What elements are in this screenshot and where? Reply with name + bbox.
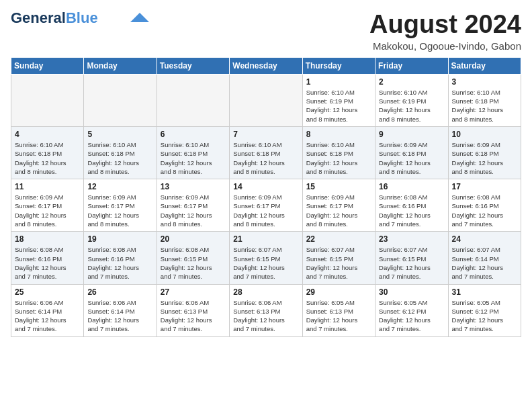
calendar-cell: 17Sunrise: 6:08 AMSunset: 6:16 PMDayligh… [448, 179, 521, 232]
day-number: 17 [452, 182, 517, 191]
weekday-header-sunday: Sunday [11, 57, 84, 74]
day-info: Sunrise: 6:08 AMSunset: 6:16 PMDaylight:… [87, 245, 152, 281]
calendar-week-row: 1Sunrise: 6:10 AMSunset: 6:19 PMDaylight… [11, 74, 521, 126]
day-number: 22 [306, 234, 371, 244]
calendar-cell: 10Sunrise: 6:09 AMSunset: 6:18 PMDayligh… [448, 126, 521, 179]
day-info: Sunrise: 6:09 AMSunset: 6:17 PMDaylight:… [233, 193, 298, 228]
day-info: Sunrise: 6:09 AMSunset: 6:18 PMDaylight:… [452, 140, 517, 176]
weekday-header-wednesday: Wednesday [230, 57, 302, 74]
day-number: 30 [379, 287, 444, 297]
page-header: GeneralBlue August 2024 Makokou, Ogooue-… [11, 11, 521, 52]
day-number: 29 [306, 287, 371, 297]
month-title: August 2024 [369, 11, 521, 39]
logo: GeneralBlue [11, 11, 149, 26]
day-number: 1 [306, 77, 371, 87]
day-number: 28 [233, 287, 298, 297]
svg-marker-0 [130, 13, 149, 22]
title-block: August 2024 Makokou, Ogooue-Ivindo, Gabo… [369, 11, 521, 52]
calendar-cell: 19Sunrise: 6:08 AMSunset: 6:16 PMDayligh… [84, 232, 157, 284]
day-number: 12 [87, 182, 152, 191]
location-title: Makokou, Ogooue-Ivindo, Gabon [369, 40, 521, 52]
day-number: 18 [15, 234, 80, 244]
weekday-header-friday: Friday [375, 57, 448, 74]
day-info: Sunrise: 6:06 AMSunset: 6:14 PMDaylight:… [15, 298, 80, 334]
day-info: Sunrise: 6:07 AMSunset: 6:15 PMDaylight:… [233, 245, 298, 281]
day-info: Sunrise: 6:05 AMSunset: 6:13 PMDaylight:… [306, 298, 371, 334]
day-number: 24 [452, 234, 517, 244]
day-info: Sunrise: 6:10 AMSunset: 6:18 PMDaylight:… [452, 88, 517, 124]
calendar-cell: 20Sunrise: 6:08 AMSunset: 6:15 PMDayligh… [157, 232, 229, 284]
calendar-cell: 24Sunrise: 6:07 AMSunset: 6:14 PMDayligh… [448, 232, 521, 284]
calendar-table: SundayMondayTuesdayWednesdayThursdayFrid… [11, 57, 521, 337]
day-info: Sunrise: 6:08 AMSunset: 6:16 PMDaylight:… [15, 245, 80, 281]
day-info: Sunrise: 6:06 AMSunset: 6:14 PMDaylight:… [87, 298, 152, 334]
calendar-cell: 13Sunrise: 6:09 AMSunset: 6:17 PMDayligh… [157, 179, 229, 232]
weekday-header-thursday: Thursday [302, 57, 375, 74]
day-number: 9 [379, 130, 444, 139]
calendar-cell: 28Sunrise: 6:06 AMSunset: 6:13 PMDayligh… [230, 284, 302, 336]
day-info: Sunrise: 6:08 AMSunset: 6:15 PMDaylight:… [161, 245, 226, 281]
calendar-cell: 29Sunrise: 6:05 AMSunset: 6:13 PMDayligh… [302, 284, 375, 336]
day-info: Sunrise: 6:10 AMSunset: 6:19 PMDaylight:… [306, 88, 371, 124]
day-info: Sunrise: 6:10 AMSunset: 6:18 PMDaylight:… [306, 140, 371, 176]
calendar-cell [157, 74, 229, 126]
day-number: 26 [87, 287, 152, 297]
calendar-cell: 26Sunrise: 6:06 AMSunset: 6:14 PMDayligh… [84, 284, 157, 336]
calendar-cell: 18Sunrise: 6:08 AMSunset: 6:16 PMDayligh… [11, 232, 84, 284]
weekday-header-tuesday: Tuesday [157, 57, 229, 74]
weekday-header-monday: Monday [84, 57, 157, 74]
calendar-cell: 7Sunrise: 6:10 AMSunset: 6:18 PMDaylight… [230, 126, 302, 179]
day-number: 4 [15, 130, 80, 139]
calendar-week-row: 18Sunrise: 6:08 AMSunset: 6:16 PMDayligh… [11, 232, 521, 284]
day-info: Sunrise: 6:09 AMSunset: 6:17 PMDaylight:… [306, 193, 371, 228]
day-info: Sunrise: 6:08 AMSunset: 6:16 PMDaylight:… [452, 193, 517, 228]
day-number: 14 [233, 182, 298, 191]
day-number: 16 [379, 182, 444, 191]
weekday-header-saturday: Saturday [448, 57, 521, 74]
calendar-week-row: 4Sunrise: 6:10 AMSunset: 6:18 PMDaylight… [11, 126, 521, 179]
calendar-cell: 27Sunrise: 6:06 AMSunset: 6:13 PMDayligh… [157, 284, 229, 336]
day-info: Sunrise: 6:05 AMSunset: 6:12 PMDaylight:… [452, 298, 517, 334]
day-number: 13 [161, 182, 226, 191]
calendar-cell: 5Sunrise: 6:10 AMSunset: 6:18 PMDaylight… [84, 126, 157, 179]
day-number: 6 [161, 130, 226, 139]
day-number: 8 [306, 130, 371, 139]
day-info: Sunrise: 6:06 AMSunset: 6:13 PMDaylight:… [233, 298, 298, 334]
day-number: 2 [379, 77, 444, 87]
day-info: Sunrise: 6:07 AMSunset: 6:14 PMDaylight:… [452, 245, 517, 281]
day-number: 21 [233, 234, 298, 244]
calendar-cell: 6Sunrise: 6:10 AMSunset: 6:18 PMDaylight… [157, 126, 229, 179]
day-number: 11 [15, 182, 80, 191]
calendar-cell: 15Sunrise: 6:09 AMSunset: 6:17 PMDayligh… [302, 179, 375, 232]
calendar-week-row: 11Sunrise: 6:09 AMSunset: 6:17 PMDayligh… [11, 179, 521, 232]
day-info: Sunrise: 6:07 AMSunset: 6:15 PMDaylight:… [379, 245, 444, 281]
day-number: 23 [379, 234, 444, 244]
weekday-header-row: SundayMondayTuesdayWednesdayThursdayFrid… [11, 57, 521, 74]
day-info: Sunrise: 6:09 AMSunset: 6:17 PMDaylight:… [87, 193, 152, 228]
day-number: 7 [233, 130, 298, 139]
calendar-week-row: 25Sunrise: 6:06 AMSunset: 6:14 PMDayligh… [11, 284, 521, 336]
calendar-cell: 23Sunrise: 6:07 AMSunset: 6:15 PMDayligh… [375, 232, 448, 284]
calendar-cell [11, 74, 84, 126]
calendar-cell: 3Sunrise: 6:10 AMSunset: 6:18 PMDaylight… [448, 74, 521, 126]
calendar-cell: 30Sunrise: 6:05 AMSunset: 6:12 PMDayligh… [375, 284, 448, 336]
calendar-cell: 1Sunrise: 6:10 AMSunset: 6:19 PMDaylight… [302, 74, 375, 126]
calendar-cell: 8Sunrise: 6:10 AMSunset: 6:18 PMDaylight… [302, 126, 375, 179]
day-info: Sunrise: 6:06 AMSunset: 6:13 PMDaylight:… [161, 298, 226, 334]
day-number: 3 [452, 77, 517, 87]
day-info: Sunrise: 6:10 AMSunset: 6:18 PMDaylight:… [87, 140, 152, 176]
calendar-cell: 14Sunrise: 6:09 AMSunset: 6:17 PMDayligh… [230, 179, 302, 232]
calendar-cell: 4Sunrise: 6:10 AMSunset: 6:18 PMDaylight… [11, 126, 84, 179]
day-number: 20 [161, 234, 226, 244]
calendar-cell: 31Sunrise: 6:05 AMSunset: 6:12 PMDayligh… [448, 284, 521, 336]
day-info: Sunrise: 6:10 AMSunset: 6:18 PMDaylight:… [161, 140, 226, 176]
day-info: Sunrise: 6:08 AMSunset: 6:16 PMDaylight:… [379, 193, 444, 228]
calendar-cell [230, 74, 302, 126]
calendar-cell: 25Sunrise: 6:06 AMSunset: 6:14 PMDayligh… [11, 284, 84, 336]
day-info: Sunrise: 6:07 AMSunset: 6:15 PMDaylight:… [306, 245, 371, 281]
day-info: Sunrise: 6:10 AMSunset: 6:19 PMDaylight:… [379, 88, 444, 124]
day-info: Sunrise: 6:10 AMSunset: 6:18 PMDaylight:… [15, 140, 80, 176]
day-info: Sunrise: 6:05 AMSunset: 6:12 PMDaylight:… [379, 298, 444, 334]
logo-icon [130, 13, 149, 22]
calendar-cell: 22Sunrise: 6:07 AMSunset: 6:15 PMDayligh… [302, 232, 375, 284]
